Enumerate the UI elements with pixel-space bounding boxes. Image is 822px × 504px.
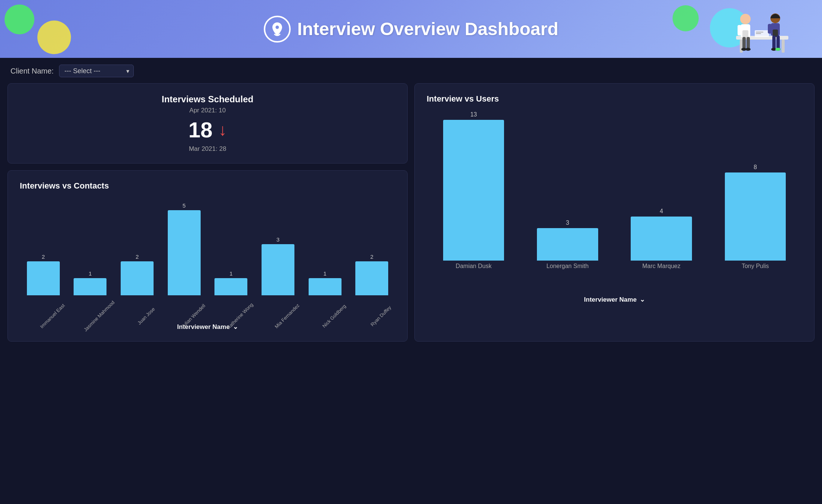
location-pin-icon [264,16,291,43]
svg-rect-3 [782,40,785,53]
bar-rect [725,172,786,261]
svg-point-25 [775,48,781,51]
bar-value: 8 [754,164,757,171]
bar-rect [214,278,247,295]
users-chart-area: 13Damian Dusk3Lonergan Smith4Marc Marque… [427,111,802,304]
bar-rect [631,217,692,261]
scheduled-arrow-icon: ↓ [219,121,227,139]
bar-value: 1 [89,270,92,277]
bar-label: Damian Dusk [456,263,492,270]
bar-rect [309,278,342,295]
bar-group: 8Tony Pulis [708,111,802,261]
bar-value: 2 [42,253,45,260]
bar-group: 5Julian Wendell [161,198,208,295]
bar-rect [355,261,388,295]
contacts-bar-chart: 2Immanuel East1Jasmine Mahmood2Juan Jose… [20,198,395,318]
chevron-down-icon: ⌄ [640,296,645,304]
scheduled-card: Interviews Scheduled Apr 2021: 10 18 ↓ M… [7,83,408,164]
svg-rect-9 [738,25,741,35]
filter-area: Client Name: --- Select --- Client A Cli… [0,58,822,83]
scheduled-number: 18 [188,117,213,142]
bar-value: 13 [470,111,477,118]
bar-label: Marc Marquez [642,263,680,270]
deco-circle-1 [4,4,34,34]
bar-group: 2Ryan Duffey [348,198,395,295]
bar-rect [262,244,294,295]
bar-value: 1 [323,270,326,277]
bar-value: 5 [183,202,186,209]
bar-group: 4Marc Marquez [615,111,708,261]
svg-rect-17 [742,37,746,49]
bar-group: 13Damian Dusk [427,111,520,261]
bar-value: 2 [136,253,139,260]
bar-group: 2Juan Jose [114,198,161,295]
contacts-card-title: Interviews vs Contacts [20,181,395,191]
bar-group: 2Immanuel East [20,198,67,295]
scheduled-prev-period: Mar 2021: 28 [189,145,226,153]
svg-rect-18 [747,37,750,49]
header-illustration [732,8,792,58]
scheduled-main-row: 18 ↓ [188,117,227,142]
bar-rect [537,228,598,261]
deco-circle-3 [673,5,699,31]
bar-value: 3 [566,220,569,226]
svg-rect-5 [756,32,763,32]
bar-value: 3 [276,236,279,243]
bar-value: 4 [660,208,663,215]
bar-group: 3Mia Fernandez [254,198,302,295]
users-axis-label[interactable]: Interviewer Name ⌄ [427,296,802,304]
svg-rect-22 [776,35,780,49]
bar-label: Tony Pulis [742,263,769,270]
client-name-label: Client Name: [10,67,54,75]
client-select-wrapper[interactable]: --- Select --- Client A Client B Client … [59,65,134,77]
bar-value: 1 [229,270,232,277]
users-bar-chart: 13Damian Dusk3Lonergan Smith4Marc Marque… [427,111,802,290]
scheduled-current-period: Apr 2021: 10 [189,107,226,114]
contacts-axis-label[interactable]: Interviewer Name ⌄ [20,323,395,331]
bar-label: Lonergan Smith [546,263,588,270]
bar-group: 1Nick Goldberg [302,198,349,295]
svg-rect-2 [740,40,743,53]
svg-rect-14 [768,24,772,34]
contacts-card: Interviews vs Contacts 2Immanuel East1Ja… [7,170,408,342]
client-select[interactable]: --- Select --- Client A Client B Client … [59,65,134,77]
bar-rect [168,210,201,295]
header-title-group: Interview Overview Dashboard [264,16,559,43]
contacts-chart-area: 2Immanuel East1Jasmine Mahmood2Juan Jose… [20,198,395,331]
svg-rect-6 [756,33,761,34]
bar-group: 1Jasmine Mahmood [67,198,114,295]
bar-group: 1Katherine Wong [208,198,255,295]
deco-circle-2 [37,21,71,54]
main-content: Interviews Scheduled Apr 2021: 10 18 ↓ M… [0,83,822,349]
svg-point-7 [740,14,751,24]
bar-rect [443,120,504,261]
svg-point-20 [745,48,751,51]
users-card-title: Interview vs Users [427,94,802,104]
header-title: Interview Overview Dashboard [297,19,559,39]
svg-rect-21 [772,35,776,49]
users-card: Interview vs Users 13Damian Dusk3Lonerga… [414,83,815,342]
bar-value: 2 [370,253,373,260]
header: Interview Overview Dashboard [0,0,822,58]
bar-rect [121,261,154,295]
bar-group: 3Lonergan Smith [520,111,614,261]
bar-rect [27,261,60,295]
scheduled-title: Interviews Scheduled [162,94,253,105]
bar-rect [74,278,106,295]
